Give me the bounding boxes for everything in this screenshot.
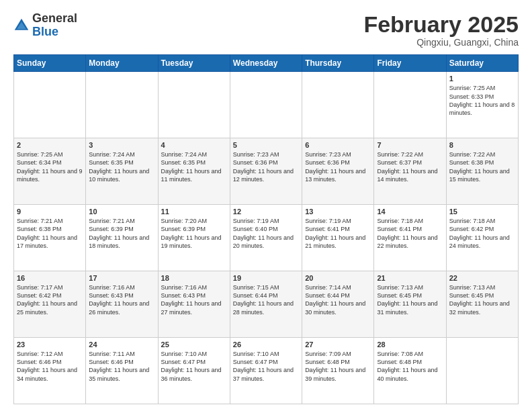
calendar-body: 1Sunrise: 7:25 AM Sunset: 6:33 PM Daylig…	[14, 72, 519, 404]
day-info: Sunrise: 7:12 AM Sunset: 6:46 PM Dayligh…	[17, 350, 83, 383]
day-info: Sunrise: 7:10 AM Sunset: 6:47 PM Dayligh…	[161, 350, 227, 383]
day-cell: 5Sunrise: 7:23 AM Sunset: 6:36 PM Daylig…	[230, 138, 302, 205]
week-row-1: 1Sunrise: 7:25 AM Sunset: 6:33 PM Daylig…	[14, 72, 519, 138]
day-number: 1	[449, 75, 515, 83]
day-cell: 25Sunrise: 7:10 AM Sunset: 6:47 PM Dayli…	[158, 338, 230, 404]
day-info: Sunrise: 7:16 AM Sunset: 6:43 PM Dayligh…	[89, 283, 154, 316]
month-title: February 2025	[363, 12, 519, 37]
title-block: February 2025 Qingxiu, Guangxi, China	[363, 12, 519, 48]
day-info: Sunrise: 7:18 AM Sunset: 6:41 PM Dayligh…	[377, 217, 443, 250]
day-number: 4	[161, 141, 227, 149]
weekday-header-tuesday: Tuesday	[158, 55, 230, 72]
day-info: Sunrise: 7:17 AM Sunset: 6:42 PM Dayligh…	[17, 283, 83, 316]
day-cell: 12Sunrise: 7:19 AM Sunset: 6:40 PM Dayli…	[230, 205, 302, 271]
logo-general: General	[32, 11, 77, 25]
day-cell	[374, 72, 446, 138]
day-cell	[158, 72, 230, 138]
day-info: Sunrise: 7:19 AM Sunset: 6:41 PM Dayligh…	[305, 217, 371, 250]
day-cell: 10Sunrise: 7:21 AM Sunset: 6:39 PM Dayli…	[86, 205, 158, 271]
day-cell: 14Sunrise: 7:18 AM Sunset: 6:41 PM Dayli…	[374, 205, 446, 271]
day-info: Sunrise: 7:22 AM Sunset: 6:37 PM Dayligh…	[377, 150, 443, 183]
day-cell: 18Sunrise: 7:16 AM Sunset: 6:43 PM Dayli…	[158, 271, 230, 338]
day-info: Sunrise: 7:09 AM Sunset: 6:48 PM Dayligh…	[305, 350, 371, 383]
day-info: Sunrise: 7:24 AM Sunset: 6:35 PM Dayligh…	[161, 150, 227, 183]
weekday-row: SundayMondayTuesdayWednesdayThursdayFrid…	[14, 55, 519, 72]
week-row-2: 2Sunrise: 7:25 AM Sunset: 6:34 PM Daylig…	[14, 138, 519, 205]
weekday-header-thursday: Thursday	[302, 55, 374, 72]
day-number: 5	[233, 141, 299, 149]
day-info: Sunrise: 7:24 AM Sunset: 6:35 PM Dayligh…	[89, 150, 154, 183]
day-number: 26	[233, 340, 299, 349]
day-number: 19	[233, 274, 299, 282]
day-cell: 7Sunrise: 7:22 AM Sunset: 6:37 PM Daylig…	[374, 138, 446, 205]
day-number: 14	[377, 208, 443, 216]
day-info: Sunrise: 7:16 AM Sunset: 6:43 PM Dayligh…	[161, 283, 227, 316]
day-cell: 9Sunrise: 7:21 AM Sunset: 6:38 PM Daylig…	[14, 205, 86, 271]
day-info: Sunrise: 7:23 AM Sunset: 6:36 PM Dayligh…	[233, 150, 299, 183]
day-info: Sunrise: 7:21 AM Sunset: 6:38 PM Dayligh…	[17, 217, 83, 250]
logo-text: General Blue	[32, 12, 77, 39]
day-number: 2	[17, 141, 83, 149]
day-cell: 4Sunrise: 7:24 AM Sunset: 6:35 PM Daylig…	[158, 138, 230, 205]
day-number: 22	[449, 274, 515, 282]
location-subtitle: Qingxiu, Guangxi, China	[363, 37, 519, 48]
day-cell: 6Sunrise: 7:23 AM Sunset: 6:36 PM Daylig…	[302, 138, 374, 205]
day-number: 12	[233, 208, 299, 216]
day-number: 15	[449, 208, 515, 216]
day-cell: 23Sunrise: 7:12 AM Sunset: 6:46 PM Dayli…	[14, 338, 86, 404]
weekday-header-saturday: Saturday	[446, 55, 518, 72]
day-info: Sunrise: 7:25 AM Sunset: 6:33 PM Dayligh…	[449, 84, 515, 117]
day-number: 27	[305, 340, 371, 349]
day-info: Sunrise: 7:18 AM Sunset: 6:42 PM Dayligh…	[449, 217, 515, 250]
day-cell: 20Sunrise: 7:14 AM Sunset: 6:44 PM Dayli…	[302, 271, 374, 338]
day-cell: 27Sunrise: 7:09 AM Sunset: 6:48 PM Dayli…	[302, 338, 374, 404]
day-cell: 3Sunrise: 7:24 AM Sunset: 6:35 PM Daylig…	[86, 138, 158, 205]
logo-icon	[13, 17, 30, 34]
logo: General Blue	[13, 12, 77, 39]
day-cell: 13Sunrise: 7:19 AM Sunset: 6:41 PM Dayli…	[302, 205, 374, 271]
day-number: 11	[161, 208, 227, 216]
day-number: 18	[161, 274, 227, 282]
day-info: Sunrise: 7:22 AM Sunset: 6:38 PM Dayligh…	[449, 150, 515, 183]
day-info: Sunrise: 7:23 AM Sunset: 6:36 PM Dayligh…	[305, 150, 371, 183]
day-cell: 8Sunrise: 7:22 AM Sunset: 6:38 PM Daylig…	[446, 138, 518, 205]
day-info: Sunrise: 7:10 AM Sunset: 6:47 PM Dayligh…	[233, 350, 299, 383]
day-number: 8	[449, 141, 515, 149]
day-cell: 24Sunrise: 7:11 AM Sunset: 6:46 PM Dayli…	[86, 338, 158, 404]
day-info: Sunrise: 7:21 AM Sunset: 6:39 PM Dayligh…	[89, 217, 154, 250]
day-cell: 26Sunrise: 7:10 AM Sunset: 6:47 PM Dayli…	[230, 338, 302, 404]
weekday-header-sunday: Sunday	[14, 55, 86, 72]
calendar-table: SundayMondayTuesdayWednesdayThursdayFrid…	[13, 54, 519, 404]
day-number: 17	[89, 274, 154, 282]
weekday-header-monday: Monday	[86, 55, 158, 72]
day-number: 28	[377, 340, 443, 349]
day-cell: 28Sunrise: 7:08 AM Sunset: 6:48 PM Dayli…	[374, 338, 446, 404]
calendar-page: General Blue February 2025 Qingxiu, Guan…	[0, 0, 532, 411]
day-cell: 21Sunrise: 7:13 AM Sunset: 6:45 PM Dayli…	[374, 271, 446, 338]
week-row-4: 16Sunrise: 7:17 AM Sunset: 6:42 PM Dayli…	[14, 271, 519, 338]
week-row-5: 23Sunrise: 7:12 AM Sunset: 6:46 PM Dayli…	[14, 338, 519, 404]
day-cell	[14, 72, 86, 138]
day-info: Sunrise: 7:13 AM Sunset: 6:45 PM Dayligh…	[377, 283, 443, 316]
day-info: Sunrise: 7:20 AM Sunset: 6:39 PM Dayligh…	[161, 217, 227, 250]
weekday-header-friday: Friday	[374, 55, 446, 72]
day-cell: 15Sunrise: 7:18 AM Sunset: 6:42 PM Dayli…	[446, 205, 518, 271]
day-cell: 1Sunrise: 7:25 AM Sunset: 6:33 PM Daylig…	[446, 72, 518, 138]
day-number: 24	[89, 340, 154, 349]
day-number: 16	[17, 274, 83, 282]
week-row-3: 9Sunrise: 7:21 AM Sunset: 6:38 PM Daylig…	[14, 205, 519, 271]
day-cell	[446, 338, 518, 404]
weekday-header-wednesday: Wednesday	[230, 55, 302, 72]
day-number: 21	[377, 274, 443, 282]
header: General Blue February 2025 Qingxiu, Guan…	[13, 12, 519, 48]
day-cell: 2Sunrise: 7:25 AM Sunset: 6:34 PM Daylig…	[14, 138, 86, 205]
day-number: 6	[305, 141, 371, 149]
calendar-header: SundayMondayTuesdayWednesdayThursdayFrid…	[14, 55, 519, 72]
day-number: 20	[305, 274, 371, 282]
day-cell	[86, 72, 158, 138]
day-number: 23	[17, 340, 83, 349]
day-cell	[302, 72, 374, 138]
day-number: 25	[161, 340, 227, 349]
day-info: Sunrise: 7:14 AM Sunset: 6:44 PM Dayligh…	[305, 283, 371, 316]
day-number: 13	[305, 208, 371, 216]
